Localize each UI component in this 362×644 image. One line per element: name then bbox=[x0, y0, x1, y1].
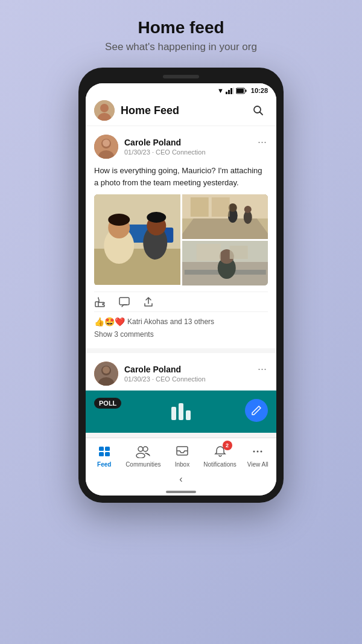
reaction-emojis-1: 👍🤩❤️ bbox=[94, 317, 125, 327]
svg-rect-52 bbox=[99, 447, 104, 451]
page-title: Home feed bbox=[138, 18, 224, 37]
post-header-2: Carole Poland 01/30/23 · CEO Connection … bbox=[86, 353, 276, 391]
post-avatar-1 bbox=[94, 135, 118, 159]
post-image-bottom-right-1 bbox=[182, 241, 268, 285]
svg-point-48 bbox=[103, 366, 110, 374]
svg-rect-3 bbox=[233, 88, 234, 94]
svg-point-56 bbox=[138, 447, 143, 451]
home-bar bbox=[166, 491, 196, 493]
svg-point-32 bbox=[228, 203, 237, 212]
svg-point-26 bbox=[147, 212, 166, 223]
post-reactions-1: 👍🤩❤️ Katri Akohas and 13 others bbox=[94, 317, 268, 327]
svg-rect-43 bbox=[229, 246, 247, 259]
post-author-details-1: Carole Poland 01/30/23 · CEO Connection bbox=[124, 138, 206, 156]
post-text-1: How is everything going, Mauricio? I'm a… bbox=[94, 165, 268, 188]
phone-notch bbox=[163, 75, 199, 78]
post-card-1: Carole Poland 01/30/23 · CEO Connection … bbox=[86, 126, 276, 348]
reaction-text-1: Katri Akohas and 13 others bbox=[127, 317, 214, 326]
nav-item-communities[interactable]: Communities bbox=[125, 443, 160, 468]
post-images-1 bbox=[94, 194, 268, 285]
nav-item-feed[interactable]: Feed bbox=[89, 443, 120, 468]
post-image-main-1 bbox=[94, 194, 180, 285]
feed-icon bbox=[98, 445, 111, 458]
search-button[interactable] bbox=[249, 101, 268, 120]
back-indicator: ‹ bbox=[86, 470, 276, 486]
thumbs-up-icon bbox=[94, 296, 106, 308]
svg-line-11 bbox=[260, 112, 263, 115]
svg-rect-49 bbox=[171, 407, 176, 420]
notifications-badge: 2 bbox=[223, 441, 232, 450]
svg-rect-2 bbox=[230, 88, 232, 94]
comment-button-1[interactable] bbox=[118, 296, 130, 308]
svg-rect-1 bbox=[228, 90, 230, 94]
back-chevron-icon: ‹ bbox=[179, 474, 182, 485]
bottom-nav: Feed Communities bbox=[86, 438, 276, 470]
nav-label-inbox: Inbox bbox=[175, 461, 189, 468]
status-time: 10:28 bbox=[251, 87, 268, 94]
nav-item-inbox[interactable]: Inbox bbox=[167, 443, 198, 468]
post-meta-1: 01/30/23 · CEO Connection bbox=[124, 148, 206, 156]
feed-content: Carole Poland 01/30/23 · CEO Connection … bbox=[86, 126, 276, 438]
app-header: Home Feed bbox=[86, 95, 276, 126]
comment-icon bbox=[118, 296, 130, 308]
wifi-icon: ▼ bbox=[217, 87, 224, 94]
like-button-1[interactable] bbox=[94, 296, 106, 308]
post-image-top-right-1 bbox=[182, 194, 268, 239]
header-avatar bbox=[94, 100, 115, 121]
nav-label-communities: Communities bbox=[125, 461, 160, 468]
post-meta-2: 01/30/23 · CEO Connection bbox=[124, 375, 206, 383]
battery-icon bbox=[236, 88, 247, 94]
post-author-info-1: Carole Poland 01/30/23 · CEO Connection bbox=[94, 135, 206, 159]
poll-tag: POLL bbox=[94, 398, 121, 409]
post-author-name-1: Carole Poland bbox=[124, 138, 206, 147]
svg-rect-54 bbox=[99, 452, 104, 456]
poll-edit-button[interactable] bbox=[245, 399, 268, 422]
svg-rect-44 bbox=[119, 298, 129, 305]
signal-icon bbox=[226, 88, 234, 94]
svg-rect-5 bbox=[237, 89, 244, 93]
nav-label-feed: Feed bbox=[97, 461, 111, 468]
svg-point-60 bbox=[253, 451, 255, 453]
svg-point-57 bbox=[143, 447, 148, 451]
nav-label-view-all: View All bbox=[247, 461, 268, 468]
svg-point-34 bbox=[244, 206, 251, 213]
communities-icon bbox=[136, 445, 150, 458]
app-header-left: Home Feed bbox=[94, 100, 179, 121]
svg-rect-42 bbox=[196, 244, 220, 261]
svg-point-61 bbox=[257, 451, 259, 453]
post-author-name-2: Carole Poland bbox=[124, 365, 206, 374]
phone-screen: ▼ 10:28 bbox=[86, 83, 276, 496]
svg-point-25 bbox=[108, 214, 130, 226]
svg-point-8 bbox=[100, 104, 109, 112]
svg-rect-50 bbox=[179, 403, 183, 420]
svg-rect-51 bbox=[186, 410, 191, 420]
nav-icon-feed-wrap bbox=[96, 443, 113, 460]
svg-point-62 bbox=[261, 451, 262, 453]
more-icon bbox=[251, 445, 264, 458]
edit-icon bbox=[251, 405, 262, 416]
post-avatar-2 bbox=[94, 362, 118, 386]
header-title: Home Feed bbox=[121, 104, 179, 117]
nav-icon-notifications-wrap: 2 bbox=[212, 443, 229, 460]
svg-rect-0 bbox=[226, 92, 227, 94]
nav-item-notifications[interactable]: 2 Notifications bbox=[203, 443, 236, 468]
inbox-icon bbox=[176, 445, 189, 458]
phone-frame: ▼ 10:28 bbox=[78, 68, 284, 503]
nav-icon-view-all-wrap bbox=[249, 443, 266, 460]
nav-item-view-all[interactable]: View All bbox=[242, 443, 273, 468]
post-author-details-2: Carole Poland 01/30/23 · CEO Connection bbox=[124, 365, 206, 383]
svg-rect-6 bbox=[245, 89, 246, 92]
page-subtitle: See what's happening in your org bbox=[105, 41, 257, 53]
post-more-2[interactable]: ··· bbox=[256, 362, 268, 377]
post-author-info-2: Carole Poland 01/30/23 · CEO Connection bbox=[94, 362, 206, 386]
status-icons: ▼ 10:28 bbox=[217, 87, 268, 94]
show-comments-1[interactable]: Show 3 comments bbox=[94, 329, 268, 340]
post-actions-1 bbox=[94, 292, 268, 312]
share-button-1[interactable] bbox=[142, 296, 154, 308]
status-bar: ▼ 10:28 bbox=[86, 83, 276, 95]
nav-icon-communities-wrap bbox=[135, 443, 151, 460]
nav-icon-inbox-wrap bbox=[174, 443, 191, 460]
svg-marker-29 bbox=[182, 218, 268, 239]
post-more-1[interactable]: ··· bbox=[256, 135, 268, 150]
svg-rect-55 bbox=[105, 452, 110, 456]
